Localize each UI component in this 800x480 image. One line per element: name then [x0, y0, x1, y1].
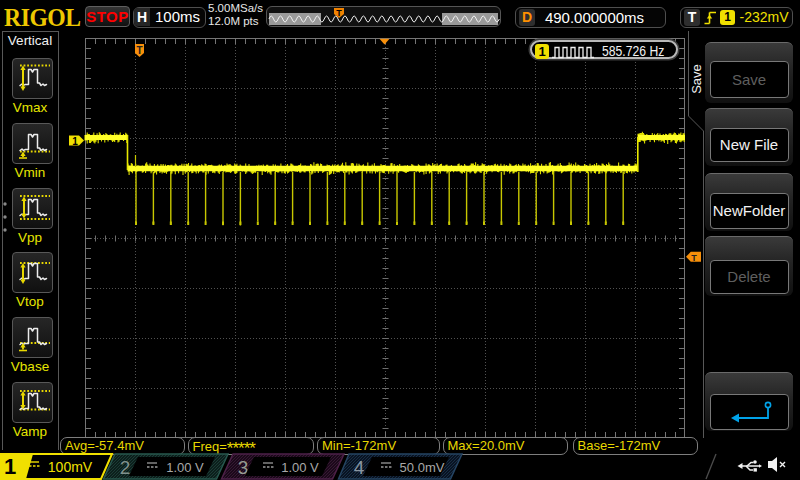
svg-text:2: 2 [120, 457, 131, 478]
svg-text:100mV: 100mV [48, 459, 93, 475]
svg-text:1: 1 [4, 454, 16, 479]
svg-text:1.00 V: 1.00 V [166, 460, 204, 475]
svg-text:50.0mV: 50.0mV [400, 460, 445, 475]
svg-text:T: T [136, 45, 142, 56]
svg-text:1: 1 [72, 136, 78, 147]
svg-text:4: 4 [354, 457, 365, 478]
svg-text:1.00 V: 1.00 V [281, 460, 319, 475]
